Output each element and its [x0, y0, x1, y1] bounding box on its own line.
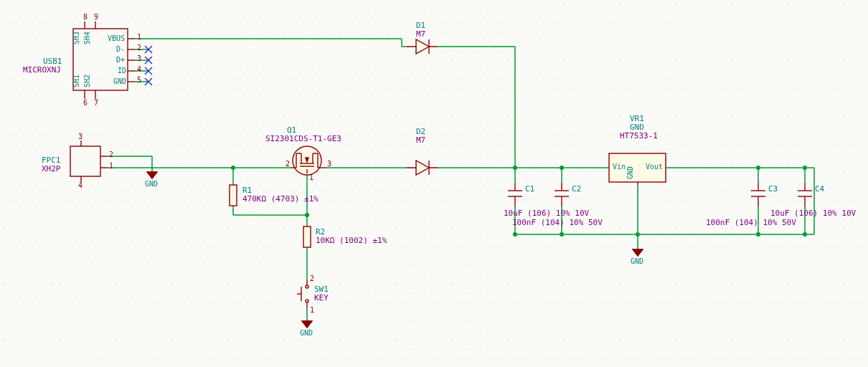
usb-pin9: 9 [94, 14, 98, 21]
cap-c3 [751, 183, 765, 206]
usb-gnd: GND [113, 78, 126, 85]
svg-point-51 [636, 232, 640, 237]
r2-val: 10KΩ (1002) ±1% [316, 237, 387, 244]
vr1-pingnd: GND [627, 166, 634, 179]
svg-point-50 [560, 232, 564, 237]
sw1-ref: SW1 [314, 285, 329, 293]
c1-ref: C1 [525, 185, 534, 193]
diode-d1 [407, 39, 438, 54]
svg-marker-120 [302, 321, 312, 328]
svg-rect-89 [230, 185, 237, 206]
svg-point-52 [756, 232, 760, 237]
fpc-ref: FPC1 [42, 156, 61, 164]
usb-pin5: 5 [137, 77, 141, 84]
resistor-r2 [303, 227, 311, 247]
svg-marker-74 [416, 161, 429, 175]
svg-marker-118 [633, 249, 643, 256]
usb-sh2: SH2 [84, 75, 91, 87]
usb-sh1: SH1 [73, 75, 80, 87]
svg-point-48 [305, 213, 309, 217]
resistor-r1 [230, 185, 237, 206]
usb-pin2: 2 [137, 44, 141, 52]
r2-ref: R2 [316, 228, 325, 236]
fpc-p1: 1 [109, 163, 113, 170]
d1-val: M7 [416, 30, 425, 38]
c4-ref: C4 [815, 185, 824, 193]
vr1-vin: Vin [613, 163, 626, 171]
usb-pin8: 8 [83, 14, 88, 21]
usb-pin1: 1 [137, 34, 141, 41]
usb-sh3: SH3 [73, 32, 80, 44]
mosfet-q1 [291, 146, 326, 175]
usb-pin7: 7 [94, 100, 98, 107]
vr1-ref: VR1 [630, 115, 644, 123]
q1-p2: 2 [286, 161, 290, 168]
usb-id: ID [118, 67, 126, 75]
d2-val: M7 [416, 136, 425, 144]
c1-val: 10uF (106) 10% 10V [504, 209, 589, 217]
usb-dp: D+ [116, 57, 125, 64]
q1-ref: Q1 [287, 126, 296, 134]
svg-point-49 [513, 232, 517, 237]
usb-pin3: 3 [137, 55, 141, 62]
vr1-val: HT7533-1 [620, 132, 658, 140]
svg-marker-116 [147, 172, 157, 178]
diode-d2 [407, 161, 438, 175]
fpc-p3: 3 [78, 133, 82, 140]
switch-sw1 [297, 280, 308, 308]
svg-rect-90 [303, 227, 311, 247]
q1-p3: 3 [327, 161, 331, 168]
usb-sh4: SH4 [84, 32, 91, 44]
usb-val: MICROXNJ [23, 66, 61, 74]
gnd-vr: GND [631, 258, 643, 265]
d2-ref: D2 [416, 128, 425, 135]
c3-ref: C3 [768, 185, 778, 193]
usb-dm: D- [116, 46, 125, 53]
c2-ref: C2 [572, 185, 581, 193]
gnd-fpc: GND [145, 181, 158, 188]
svg-marker-71 [416, 39, 429, 54]
usb-ref: USB1 [43, 57, 62, 65]
c3-val: 100nF (104) 10% 50V [706, 219, 796, 227]
d1-ref: D1 [416, 22, 425, 29]
svg-point-94 [306, 300, 308, 302]
svg-point-47 [803, 166, 807, 170]
schematic-canvas [0, 0, 868, 367]
svg-point-46 [756, 166, 760, 170]
svg-point-45 [560, 166, 564, 170]
vr1-vout: Vout [646, 163, 663, 171]
sw1-p1: 1 [310, 307, 314, 314]
sw1-val: KEY [314, 294, 329, 302]
fpc-p2: 2 [109, 151, 113, 158]
r1-val: 470KΩ (4703) ±1% [242, 195, 319, 203]
q1-p1: 1 [309, 174, 313, 181]
c2-val: 100nF (104) 10% 50V [512, 219, 603, 227]
svg-point-53 [803, 232, 807, 237]
svg-point-43 [231, 166, 235, 170]
vr1-gndlabel: GND [630, 123, 644, 131]
svg-point-44 [513, 166, 517, 170]
sw1-p2: 2 [310, 275, 314, 282]
svg-point-93 [306, 285, 308, 288]
cap-c4 [798, 183, 812, 206]
svg-rect-65 [70, 146, 100, 176]
q1-val: SI2301CDS-T1-GE3 [265, 135, 341, 143]
fpc-val: XH2P [42, 165, 61, 173]
usb-pin6: 6 [83, 100, 88, 107]
r1-ref: R1 [242, 186, 252, 194]
usb-pin4: 4 [137, 66, 141, 73]
fpc-p4: 4 [78, 182, 82, 189]
cap-c1 [508, 183, 522, 206]
usb-vbus: VBUS [108, 35, 125, 42]
c4-val: 10uF (106) 10% 10V [770, 209, 856, 217]
gnd-sw: GND [300, 330, 313, 337]
cap-c2 [555, 183, 569, 206]
